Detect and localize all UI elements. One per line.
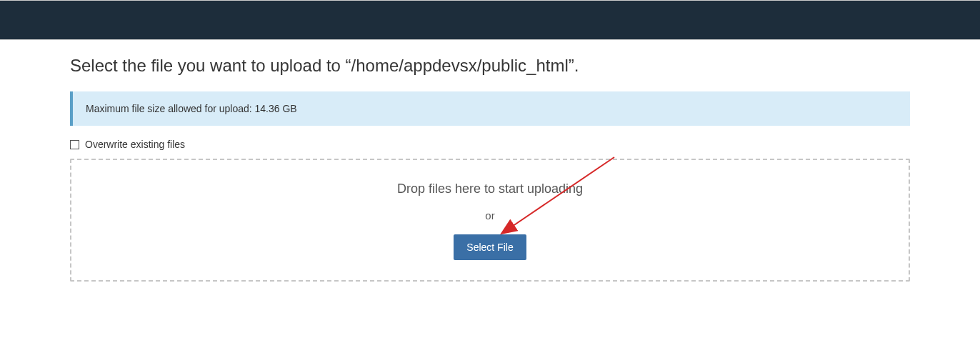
max-filesize-text: Maximum file size allowed for upload: 14…	[86, 103, 297, 114]
max-filesize-info: Maximum file size allowed for upload: 14…	[70, 91, 910, 126]
dropzone-instruction: Drop files here to start uploading	[71, 182, 909, 197]
page-title: Select the file you want to upload to “/…	[70, 56, 910, 76]
app-header-bar	[0, 0, 980, 40]
upload-panel: Select the file you want to upload to “/…	[0, 40, 980, 282]
file-dropzone[interactable]: Drop files here to start uploading or Se…	[70, 159, 910, 282]
dropzone-or-text: or	[71, 209, 909, 222]
overwrite-option-row: Overwrite existing files	[70, 139, 910, 150]
overwrite-checkbox[interactable]	[70, 140, 79, 149]
overwrite-label: Overwrite existing files	[85, 139, 185, 150]
select-file-button[interactable]: Select File	[454, 234, 526, 260]
